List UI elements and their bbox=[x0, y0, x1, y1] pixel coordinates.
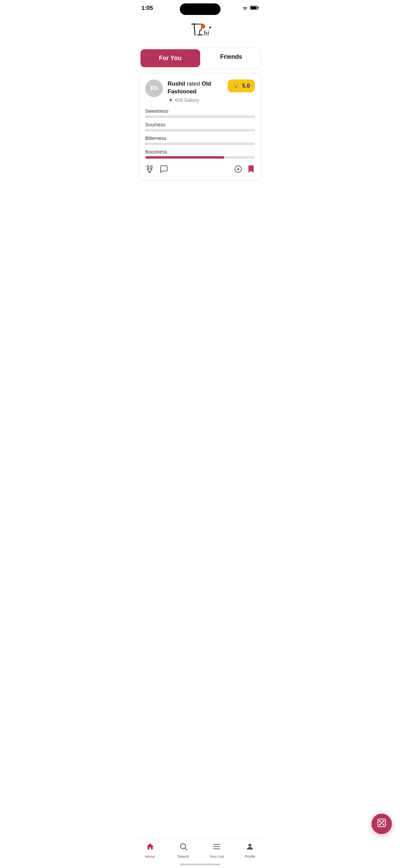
card-user: Rushil bbox=[168, 80, 185, 87]
flavor-section: Sweetness Sourness Bitterness bbox=[145, 108, 255, 159]
card-venue: 🍷 606 Bakery bbox=[168, 97, 228, 103]
sourness-bar-fill bbox=[145, 129, 147, 131]
rating-badge: 😟 5.0 bbox=[228, 79, 255, 92]
status-icons: ··· bbox=[236, 5, 259, 11]
svg-text:bi: bi bbox=[204, 29, 209, 37]
card-actions bbox=[145, 165, 255, 176]
app-logo: bi bbox=[183, 20, 217, 40]
tabs-container: For You Friends bbox=[139, 48, 261, 69]
drink-card: RS Rushil rated Old Fashioned 🍷 606 Bake… bbox=[139, 73, 261, 181]
card-info: Rushil rated Old Fashioned 🍷 606 Bakery bbox=[168, 79, 228, 103]
tab-for-you[interactable]: For You bbox=[140, 49, 200, 67]
svg-rect-1 bbox=[258, 7, 259, 9]
comment-button[interactable] bbox=[159, 165, 168, 176]
bookmark-button[interactable] bbox=[247, 165, 255, 176]
battery-icon bbox=[250, 5, 259, 11]
status-bar: 1:05 ··· bbox=[133, 0, 267, 14]
card-action: rated bbox=[187, 80, 202, 87]
status-time: 1:05 bbox=[141, 5, 153, 12]
booziness-bar-fill bbox=[145, 156, 224, 159]
card-header: RS Rushil rated Old Fashioned 🍷 606 Bake… bbox=[145, 79, 255, 103]
booziness-bar-track bbox=[145, 156, 255, 159]
cheers-button[interactable] bbox=[145, 165, 154, 176]
card-header-left: RS Rushil rated Old Fashioned 🍷 606 Bake… bbox=[145, 79, 228, 103]
sweetness-bar-fill bbox=[145, 115, 147, 118]
rating-face-icon: 😟 bbox=[232, 82, 240, 90]
avatar: RS bbox=[145, 79, 163, 97]
flavor-bitterness: Bitterness bbox=[145, 135, 255, 145]
card-actions-right bbox=[234, 165, 255, 176]
tab-friends[interactable]: Friends bbox=[202, 48, 261, 69]
app-logo-area: bi bbox=[133, 14, 267, 43]
bitterness-bar-track bbox=[145, 143, 255, 145]
svg-rect-2 bbox=[251, 6, 257, 9]
rating-value: 5.0 bbox=[242, 83, 250, 89]
svg-line-3 bbox=[194, 23, 195, 35]
card-title: Rushil rated Old Fashioned bbox=[168, 80, 228, 96]
add-button[interactable] bbox=[234, 165, 243, 176]
sweetness-bar-track bbox=[145, 115, 255, 118]
sourness-label: Sourness bbox=[145, 122, 255, 127]
svg-point-5 bbox=[201, 24, 205, 29]
wifi-icon bbox=[242, 5, 248, 11]
flavor-sourness: Sourness bbox=[145, 122, 255, 131]
bitterness-bar-fill bbox=[145, 143, 147, 145]
signal-icon: ··· bbox=[236, 6, 240, 10]
venue-icon: 🍷 bbox=[168, 97, 173, 103]
flavor-booziness: Booziness bbox=[145, 149, 255, 159]
flavor-sweetness: Sweetness bbox=[145, 108, 255, 118]
sourness-bar-track bbox=[145, 129, 255, 131]
bitterness-label: Bitterness bbox=[145, 135, 255, 141]
dynamic-island bbox=[180, 3, 221, 15]
booziness-label: Booziness bbox=[145, 149, 255, 155]
svg-point-7 bbox=[209, 26, 211, 28]
sweetness-label: Sweetness bbox=[145, 108, 255, 114]
